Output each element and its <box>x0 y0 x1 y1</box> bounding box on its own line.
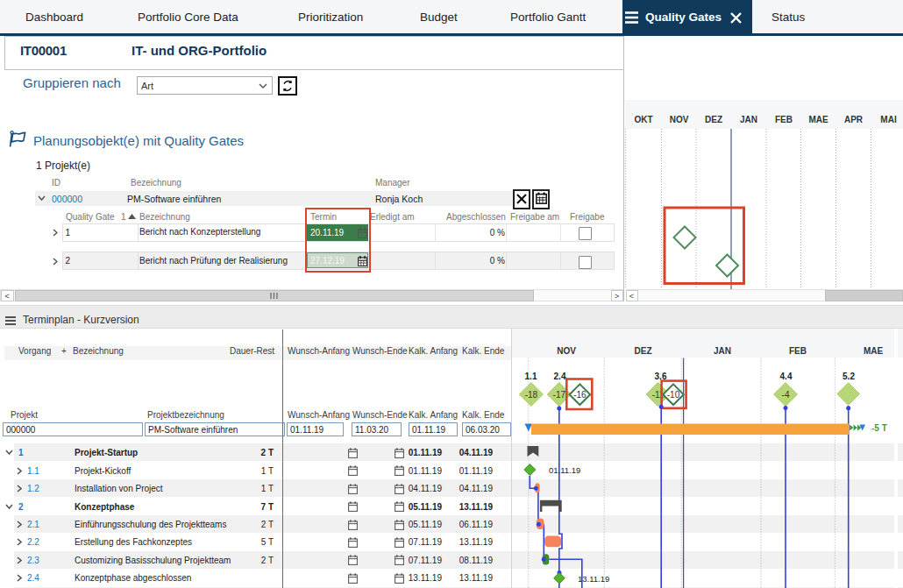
svg-text:-16: -16 <box>573 390 587 400</box>
svg-text:APR: APR <box>844 115 864 124</box>
svg-text:NOV: NOV <box>670 115 689 124</box>
svg-text:-4: -4 <box>782 390 790 400</box>
svg-text:-17: -17 <box>553 390 566 400</box>
svg-text:FEB: FEB <box>789 346 807 356</box>
svg-text:JAN: JAN <box>740 115 757 124</box>
svg-text:13.11.19: 13.11.19 <box>578 574 609 584</box>
svg-text:FEB: FEB <box>775 115 793 124</box>
svg-text:01.11.19: 01.11.19 <box>549 465 580 475</box>
svg-text:-10: -10 <box>667 390 680 400</box>
svg-text:MAE: MAE <box>808 115 828 124</box>
svg-text:MAE: MAE <box>864 346 884 356</box>
svg-text:4.4: 4.4 <box>780 372 793 381</box>
svg-text:1.1: 1.1 <box>525 372 537 381</box>
svg-text:-5 T: -5 T <box>871 423 887 433</box>
svg-text:DEZ: DEZ <box>635 346 652 356</box>
svg-text:MAI: MAI <box>880 115 897 124</box>
svg-text:2.4: 2.4 <box>554 372 566 381</box>
svg-text:OKT: OKT <box>634 115 652 124</box>
svg-text:JAN: JAN <box>714 346 731 356</box>
svg-text:5.2: 5.2 <box>843 372 855 381</box>
svg-text:-18: -18 <box>525 390 538 400</box>
svg-text:NOV: NOV <box>557 346 576 356</box>
svg-text:DEZ: DEZ <box>705 115 722 124</box>
